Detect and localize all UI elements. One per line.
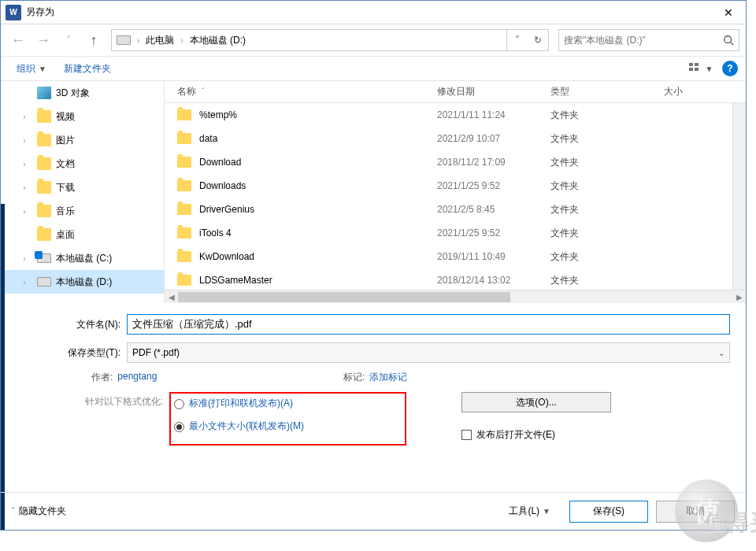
organize-button[interactable]: 组织 ▼ (9, 59, 54, 78)
tree-item[interactable]: ›图片 (1, 128, 164, 152)
nav-back-icon[interactable]: ← (7, 29, 29, 51)
file-type: 文件夹 (550, 109, 664, 122)
new-folder-label: 新建文件夹 (64, 62, 111, 76)
form-area: 文件名(N): 保存类型(T): PDF (*.pdf) ⌄ 作者: pengt… (1, 303, 746, 449)
filetype-label: 保存类型(T): (17, 346, 127, 360)
cancel-button[interactable]: 取消 (656, 501, 735, 523)
tools-dropdown[interactable]: 工具(L) ▼ (509, 505, 550, 518)
drive-icon (117, 35, 131, 45)
folder-icon (37, 134, 51, 146)
file-row[interactable]: data2021/2/9 10:07文件夹 (165, 127, 746, 150)
tree-item[interactable]: 桌面 (1, 223, 164, 246)
nav-up-icon[interactable]: ↑ (83, 29, 105, 51)
chevron-down-icon: ⌄ (718, 349, 724, 357)
options-button[interactable]: 选项(O)... (461, 392, 611, 412)
file-row[interactable]: DriverGenius2021/2/5 8:45文件夹 (165, 198, 746, 221)
search-input[interactable] (559, 35, 718, 46)
expand-icon: › (20, 160, 29, 168)
file-name: iTools 4 (199, 227, 437, 239)
optimize-options-highlight: 标准(打印和联机发布)(A) 最小文件大小(联机发布)(M) (169, 392, 406, 446)
nav-forward-icon[interactable]: → (32, 29, 54, 51)
col-header-size[interactable]: 大小 (664, 85, 746, 98)
footer: ˆ 隐藏文件夹 工具(L) ▼ 保存(S) 取消 (1, 492, 746, 530)
file-row[interactable]: KwDownload2019/1/11 10:49文件夹 (165, 245, 746, 268)
file-type: 文件夹 (550, 179, 664, 193)
tree-item[interactable]: ›下载 (1, 176, 164, 199)
tree-item-label: 音乐 (56, 205, 75, 218)
refresh-icon[interactable]: ↻ (528, 30, 548, 50)
chevron-right-icon: › (135, 36, 141, 45)
drive-icon (37, 277, 51, 287)
file-name: %temp% (199, 109, 437, 120)
file-name: DriverGenius (199, 204, 437, 215)
radio-icon (174, 399, 184, 409)
chevron-up-icon: ˆ (12, 507, 14, 516)
h-scrollbar[interactable]: ◀ ▶ (165, 290, 746, 303)
folder-icon (37, 181, 51, 194)
tree-item[interactable]: ›本地磁盘 (C:) (1, 246, 164, 270)
breadcrumb: › 此电脑 › 本地磁盘 (D:) (135, 34, 506, 47)
svg-line-1 (731, 43, 734, 46)
file-type: 文件夹 (550, 274, 664, 287)
drive-icon (37, 253, 51, 263)
checkbox-icon (461, 430, 472, 440)
file-row[interactable]: Download2018/11/2 17:09文件夹 (165, 150, 746, 174)
new-folder-button[interactable]: 新建文件夹 (56, 59, 119, 78)
col-header-type[interactable]: 类型 (550, 85, 664, 98)
help-icon[interactable]: ? (722, 61, 738, 76)
column-headers: 名称 ˆ 修改日期 类型 大小 (165, 81, 746, 103)
file-name: KwDownload (199, 251, 437, 262)
nav-dropdown-icon[interactable]: ˅ (57, 29, 80, 51)
file-type: 文件夹 (550, 250, 664, 264)
col-header-date[interactable]: 修改日期 (437, 85, 550, 98)
tree-item-label: 3D 对象 (56, 87, 90, 100)
search-box[interactable] (558, 29, 739, 51)
filename-input[interactable] (127, 314, 730, 335)
optimize-minimum-label: 最小文件大小(联机发布)(M) (189, 420, 304, 433)
tree-item[interactable]: ›文档 (1, 152, 164, 176)
file-row[interactable]: LDSGameMaster2018/12/14 13:02文件夹 (165, 268, 746, 290)
hide-folders-toggle[interactable]: ˆ 隐藏文件夹 (12, 505, 66, 518)
file-list[interactable]: %temp%2021/1/11 11:24文件夹data2021/2/9 10:… (165, 103, 746, 290)
file-row[interactable]: Downloads2021/1/25 9:52文件夹 (165, 174, 746, 198)
breadcrumb-item[interactable]: 本地磁盘 (D:) (188, 34, 247, 47)
filetype-select[interactable]: PDF (*.pdf) ⌄ (127, 342, 730, 363)
publish-open-checkbox[interactable]: 发布后打开文件(E) (461, 428, 611, 442)
author-value[interactable]: pengtang (117, 371, 157, 384)
address-bar[interactable]: › 此电脑 › 本地磁盘 (D:) ˅ ↻ (111, 29, 549, 51)
titlebar: W 另存为 ✕ (1, 1, 746, 24)
file-row[interactable]: %temp%2021/1/11 11:24文件夹 (165, 103, 746, 127)
svg-rect-2 (689, 63, 693, 66)
file-area: 名称 ˆ 修改日期 类型 大小 %temp%2021/1/11 11:24文件夹… (165, 81, 746, 303)
expand-icon: › (20, 207, 29, 216)
tree-item[interactable]: ›本地磁盘 (D:) (1, 270, 164, 294)
close-button[interactable]: ✕ (711, 1, 746, 24)
optimize-minimum-radio[interactable]: 最小文件大小(联机发布)(M) (174, 420, 304, 433)
address-dropdown-icon[interactable]: ˅ (507, 30, 528, 50)
scroll-right-icon[interactable]: ▶ (732, 291, 746, 303)
tags-value[interactable]: 添加标记 (369, 371, 407, 384)
breadcrumb-item[interactable]: 此电脑 (144, 34, 176, 47)
expand-icon: › (20, 278, 29, 287)
organize-label: 组织 (17, 62, 35, 76)
file-name: Downloads (199, 180, 437, 191)
folder-icon (177, 133, 191, 144)
search-icon[interactable] (718, 35, 739, 46)
folder-icon (37, 228, 51, 241)
view-mode-icon[interactable]: ▼ (687, 59, 714, 78)
save-button[interactable]: 保存(S) (569, 501, 648, 523)
folder-icon (177, 157, 191, 168)
folder-tree[interactable]: 3D 对象›视频›图片›文档›下载›音乐桌面›本地磁盘 (C:)›本地磁盘 (D… (1, 81, 165, 303)
file-date: 2021/1/25 9:52 (437, 227, 550, 239)
col-header-name[interactable]: 名称 ˆ (177, 85, 437, 98)
scrollbar-thumb[interactable] (178, 292, 510, 302)
optimize-standard-radio[interactable]: 标准(打印和联机发布)(A) (174, 397, 304, 410)
scroll-left-icon[interactable]: ◀ (165, 291, 178, 303)
file-date: 2021/2/5 8:45 (437, 204, 550, 215)
tree-item[interactable]: ›视频 (1, 105, 164, 128)
tree-item[interactable]: 3D 对象 (1, 81, 164, 105)
folder-icon (177, 275, 191, 286)
tree-item[interactable]: ›音乐 (1, 199, 164, 223)
file-row[interactable]: iTools 42021/1/25 9:52文件夹 (165, 221, 746, 245)
v-scrollbar[interactable] (732, 103, 746, 290)
